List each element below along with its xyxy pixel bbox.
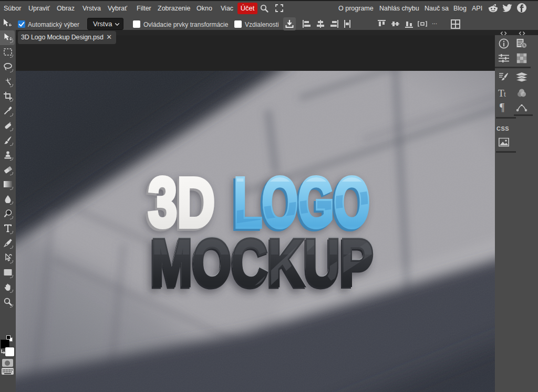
svg-text:t: t xyxy=(504,90,506,98)
svg-text:¶: ¶ xyxy=(500,102,504,113)
